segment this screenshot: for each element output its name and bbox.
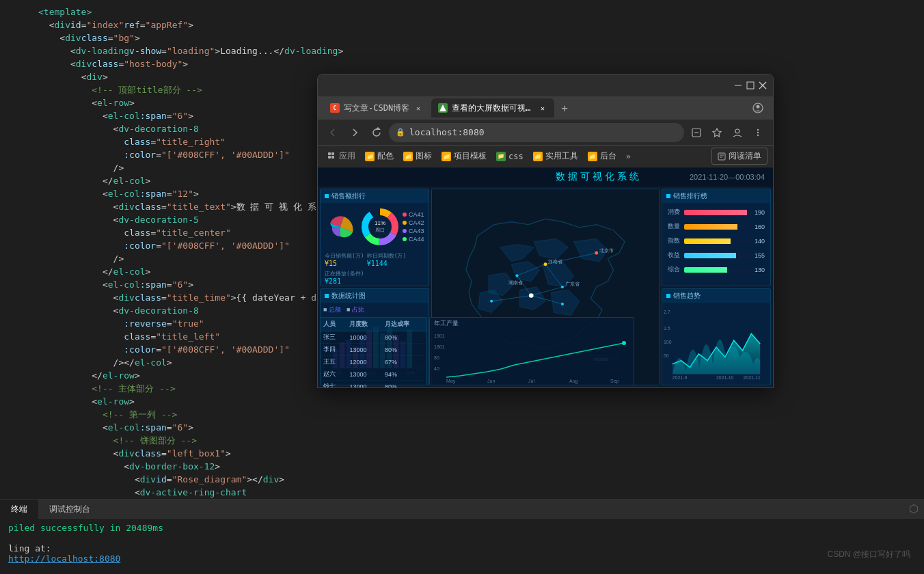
svg-text:1901: 1901 — [434, 333, 445, 338]
svg-text:北京市: 北京市 — [599, 248, 614, 253]
data-table: 人员 月度数 月达成率 张三 10000 80% 李四 13000 80% — [321, 318, 426, 387]
bookmark-icon-folder[interactable]: 📁 图标 — [399, 148, 436, 164]
code-line: <dv-loading v-show="loading">Loading...<… — [0, 44, 924, 57]
terminal-tab-terminal[interactable]: 终端 — [0, 500, 38, 519]
profile-icon[interactable] — [748, 99, 767, 117]
svg-point-11 — [735, 129, 739, 133]
svg-text:40: 40 — [434, 366, 439, 371]
area-chart: 2.7 2.5 100 50 2 — [662, 303, 770, 385]
bookmark-icon5: 📁 — [533, 152, 543, 161]
code-line: <div class="host-body"> — [0, 57, 924, 70]
svg-text:Jun: Jun — [487, 379, 495, 383]
svg-text:50: 50 — [664, 353, 669, 357]
line-chart-panel: 年工产量 1901 1801 80 40 May Jun Jul Aug Sep — [429, 317, 634, 385]
svg-text:Jul: Jul — [528, 379, 534, 383]
svg-text:2.5: 2.5 — [664, 326, 670, 331]
dv-tab-icon — [438, 103, 448, 113]
bookmark-css[interactable]: 📁 css — [492, 150, 528, 163]
code-line: <div id="index" ref="appRef"> — [0, 18, 924, 31]
tab-csdn-close[interactable]: ✕ — [413, 103, 423, 113]
left-bottom-header: 数据统计图 — [321, 289, 429, 303]
svg-text:1801: 1801 — [434, 344, 445, 349]
terminal-line-3: ling at: — [8, 543, 916, 554]
bookmark-icon2: 📁 — [403, 152, 413, 161]
csdn-tab-icon: C — [330, 103, 340, 113]
bookmark-label5: 实用工具 — [545, 150, 578, 162]
bookmark-label4: css — [508, 152, 524, 161]
right-list-item: 指数 140 — [665, 234, 767, 247]
bookmarks-more[interactable]: » — [622, 150, 635, 163]
terminal: 终端 调试控制台 ⬡ piled successfully in 20489ms… — [0, 499, 924, 574]
code-line: <div id="Rose_diagram"></div> — [0, 473, 924, 486]
rose-diagram — [323, 210, 357, 244]
svg-text:100: 100 — [664, 340, 672, 344]
reading-list-button[interactable]: 阅读清单 — [711, 148, 767, 165]
address-bar[interactable]: 🔒 localhost:8080 — [389, 123, 684, 142]
right-list-item: 数量 160 — [665, 220, 767, 233]
tab-csdn[interactable]: C 写文章-CSDN博客 ✕ — [323, 98, 430, 118]
right-bottom-panel: 销售趋势 2.7 2.5 100 50 — [662, 288, 771, 386]
right-list: 消费 190 数量 160 指数 140 收益 — [662, 203, 770, 280]
dashboard-title: 数据可视化系统 — [508, 171, 690, 183]
browser-tabs: C 写文章-CSDN博客 ✕ 查看的大屏数据可视化模 ✕ + — [318, 96, 773, 120]
bookmark-icon6: 📁 — [588, 152, 597, 161]
close-button[interactable] — [758, 81, 767, 90]
back-button[interactable] — [323, 123, 342, 142]
bookmark-label3: 项目模板 — [454, 150, 487, 162]
bookmark-template[interactable]: 📁 项目模板 — [437, 148, 491, 164]
svg-text:2021-10: 2021-10 — [716, 375, 734, 380]
terminal-tab-debug[interactable]: 调试控制台 — [38, 500, 101, 519]
share-button[interactable] — [687, 123, 706, 142]
svg-point-36 — [544, 262, 547, 266]
svg-point-38 — [561, 286, 564, 288]
right-top-panel: 销售排行榜 消费 190 数量 160 指数 — [662, 189, 771, 286]
bookmark-tools[interactable]: 📁 实用工具 — [529, 148, 582, 164]
svg-text:2021-9: 2021-9 — [672, 375, 688, 380]
refresh-button[interactable] — [367, 123, 386, 142]
table-header-rate: 月达成率 — [382, 318, 426, 331]
code-line: <template> — [0, 5, 924, 18]
code-line: <el-row> — [0, 395, 924, 408]
address-text: localhost:8080 — [409, 127, 485, 137]
svg-point-13 — [757, 131, 759, 133]
svg-marker-4 — [439, 105, 446, 111]
svg-rect-0 — [735, 85, 742, 86]
new-tab-button[interactable]: + — [556, 99, 573, 117]
account-button[interactable] — [728, 123, 747, 142]
svg-text:May: May — [446, 379, 456, 384]
svg-point-39 — [529, 293, 534, 298]
maximize-button[interactable] — [746, 81, 755, 90]
terminal-maximize[interactable]: ⬡ — [909, 502, 919, 515]
code-line: <!-- 饼图部分 --> — [0, 434, 924, 447]
minimize-button[interactable] — [733, 81, 743, 90]
terminal-link[interactable]: http://localhost:8080 — [8, 554, 120, 564]
bookmark-star-button[interactable] — [707, 123, 726, 142]
left-top-panel: 销售额排行 — [320, 189, 429, 286]
more-button[interactable] — [748, 123, 767, 142]
svg-text:80: 80 — [434, 355, 439, 360]
svg-text:广东省: 广东省 — [565, 282, 580, 286]
chart-legend: ■ 总额 ■ 占比 — [321, 303, 429, 317]
svg-point-41 — [561, 303, 564, 305]
apps-label: 应用 — [339, 150, 355, 162]
forward-button[interactable] — [345, 123, 364, 142]
svg-rect-16 — [331, 152, 334, 155]
bookmark-backend[interactable]: 📁 后台 — [584, 148, 621, 164]
code-line: <el-col :span="6"> — [0, 421, 924, 434]
bookmarks-bar: 应用 📁 配色 📁 图标 📁 项目模板 📁 css 📁 实用工具 📁 后台 » — [318, 146, 773, 167]
svg-point-37 — [515, 274, 518, 277]
code-line: <div class="bg"> — [0, 31, 924, 44]
bookmark-peise[interactable]: 📁 配色 — [361, 148, 398, 164]
svg-point-6 — [757, 105, 760, 109]
table-row: 李四 13000 80% — [321, 344, 426, 356]
svg-rect-17 — [328, 156, 331, 159]
code-line: <dv-border-box-12> — [0, 460, 924, 473]
tab-csdn-label: 写文章-CSDN博客 — [344, 102, 409, 114]
tab-dv-close[interactable]: ✕ — [538, 103, 547, 113]
terminal-content: piled successfully in 20489ms ling at: h… — [0, 519, 924, 568]
browser-window: C 写文章-CSDN博客 ✕ 查看的大屏数据可视化模 ✕ + 🔒 — [317, 74, 774, 388]
apps-bookmark[interactable]: 应用 — [323, 148, 359, 164]
right-top-header: 销售排行榜 — [662, 189, 770, 203]
nav-actions — [687, 123, 767, 142]
tab-dv[interactable]: 查看的大屏数据可视化模 ✕ — [431, 98, 554, 118]
